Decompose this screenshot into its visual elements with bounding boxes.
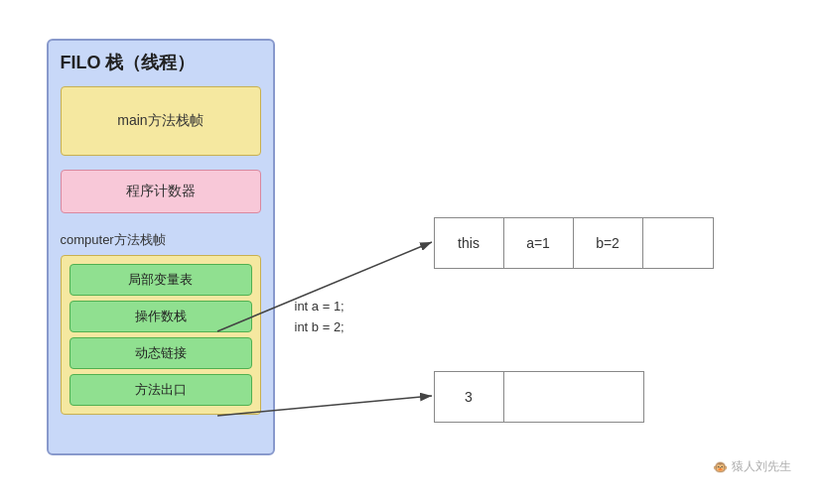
main-frame: main方法栈帧	[61, 86, 261, 156]
computer-frame: 局部变量表 操作数栈 动态链接 方法出口	[61, 255, 261, 415]
method-exit-item: 方法出口	[69, 374, 252, 406]
main-frame-label: main方法栈帧	[117, 112, 203, 130]
return-val-box: 3	[434, 371, 644, 423]
cell-empty1	[643, 218, 713, 268]
filo-title: FILO 栈（线程）	[61, 51, 261, 74]
local-vars-box: this a=1 b=2	[434, 217, 714, 269]
cell-return-val: 3	[435, 372, 504, 422]
cell-return-empty	[504, 372, 643, 422]
program-counter: 程序计数器	[61, 170, 261, 213]
code-line2: int b = 2;	[295, 317, 345, 338]
cell-b: b=2	[574, 218, 643, 268]
computer-frame-label: computer方法栈帧	[61, 231, 261, 249]
cell-a: a=1	[504, 218, 574, 268]
filo-stack-box: FILO 栈（线程） main方法栈帧 程序计数器 computer方法栈帧 局…	[47, 39, 275, 455]
code-line1: int a = 1;	[295, 297, 345, 317]
code-text: int a = 1; int b = 2;	[295, 297, 345, 338]
cell-this: this	[435, 218, 504, 268]
operand-stack-item: 操作数栈	[69, 301, 252, 332]
watermark-text: 猿人刘先生	[732, 458, 791, 475]
dynamic-link-item: 动态链接	[69, 337, 252, 369]
local-vars-item: 局部变量表	[69, 264, 252, 296]
watermark-icon: 🐵	[713, 460, 728, 474]
watermark: 🐵 猿人刘先生	[713, 458, 791, 475]
program-counter-label: 程序计数器	[126, 183, 196, 200]
diagram-container: FILO 栈（线程） main方法栈帧 程序计数器 computer方法栈帧 局…	[17, 19, 811, 485]
